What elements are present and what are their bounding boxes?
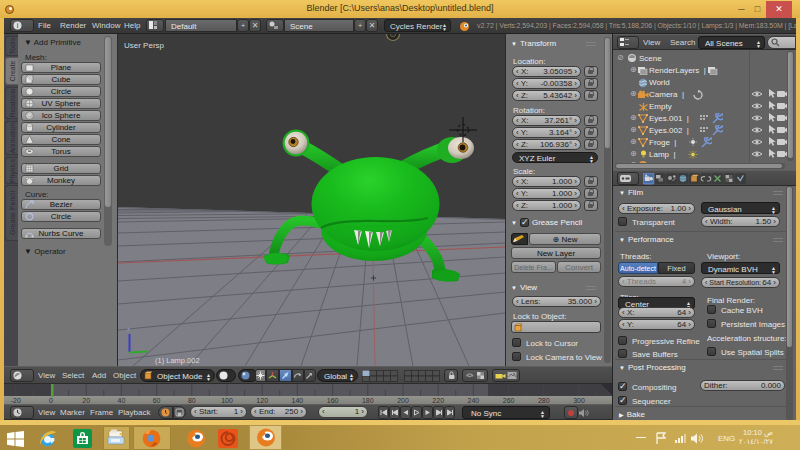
svg-text:160: 160 — [327, 397, 339, 404]
svg-text:200: 200 — [397, 397, 409, 404]
svg-text:100: 100 — [221, 397, 233, 404]
svg-text:0: 0 — [49, 397, 53, 404]
svg-text:-20: -20 — [11, 397, 21, 404]
svg-text:280: 280 — [538, 397, 550, 404]
svg-text:20: 20 — [82, 397, 90, 404]
svg-text:240: 240 — [468, 397, 480, 404]
svg-text:(1) Lamp.002: (1) Lamp.002 — [155, 356, 200, 365]
svg-text:300: 300 — [573, 397, 585, 404]
svg-text:60: 60 — [153, 397, 161, 404]
svg-text:z: z — [127, 326, 130, 332]
svg-text:220: 220 — [432, 397, 444, 404]
svg-text:80: 80 — [188, 397, 196, 404]
svg-text:180: 180 — [362, 397, 374, 404]
svg-text:260: 260 — [503, 397, 515, 404]
svg-text:40: 40 — [118, 397, 126, 404]
svg-text:User Persp: User Persp — [124, 41, 165, 50]
svg-text:120: 120 — [256, 397, 268, 404]
svg-text:140: 140 — [292, 397, 304, 404]
